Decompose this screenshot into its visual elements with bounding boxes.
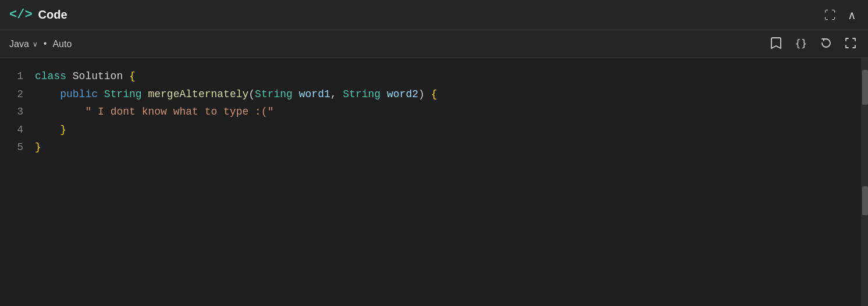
method-name: mergeAlternately	[148, 86, 248, 104]
indent-2	[35, 86, 60, 104]
line-number-2: 2	[9, 86, 23, 104]
line-numbers: 1 2 3 4 5	[0, 58, 35, 306]
language-selector[interactable]: Java ∨	[9, 39, 38, 49]
keyword-string: String	[104, 86, 148, 104]
toolbar: Java ∨ • Auto {}	[0, 30, 868, 58]
code-line-1: class Solution {	[35, 67, 868, 86]
comma: ,	[330, 86, 343, 104]
param-type-2: String	[343, 86, 387, 104]
chevron-down-icon: ∨	[33, 40, 38, 48]
header-title: Code	[38, 8, 67, 22]
string-content: " I dont know what to type :("	[85, 103, 273, 121]
param-type-1: String	[255, 86, 299, 104]
header-bar: </> Code ⛶ ∧	[0, 0, 868, 30]
indent-4	[35, 121, 60, 139]
code-line-2: public String mergeAlternately(String wo…	[35, 86, 868, 104]
indent-3	[35, 103, 85, 121]
toolbar-right: {}	[768, 34, 859, 54]
code-icon: </>	[9, 8, 33, 22]
language-label: Java	[9, 39, 29, 49]
reset-button[interactable]	[818, 35, 834, 53]
header-right: ⛶ ∧	[822, 7, 859, 23]
code-line-5: }	[35, 138, 868, 156]
line-number-5: 5	[9, 138, 23, 156]
code-line-3: " I dont know what to type :("	[35, 103, 868, 121]
class-name: Solution	[73, 67, 129, 86]
editor-container: </> Code ⛶ ∧ Java ∨ • Auto {}	[0, 0, 868, 306]
bookmark-button[interactable]	[768, 34, 784, 54]
param-word2: word2	[387, 86, 418, 104]
line-number-1: 1	[9, 67, 23, 86]
brace-close-2: }	[60, 121, 66, 139]
auto-label: Auto	[52, 39, 72, 49]
keyword-public: public	[60, 86, 104, 104]
expand-button[interactable]: ⛶	[822, 7, 838, 23]
space-brace	[425, 86, 431, 104]
header-left: </> Code	[9, 8, 67, 22]
code-line-4: }	[35, 121, 868, 139]
toolbar-left: Java ∨ • Auto	[9, 39, 72, 49]
scrollbar[interactable]	[861, 58, 868, 306]
scrollbar-thumb-bottom[interactable]	[862, 186, 868, 215]
param-word1: word1	[299, 86, 330, 104]
svg-text:{}: {}	[795, 37, 807, 49]
brace-close-1: }	[35, 138, 41, 156]
paren-open: (	[248, 86, 255, 104]
scrollbar-thumb-top[interactable]	[862, 70, 868, 105]
line-number-3: 3	[9, 103, 23, 121]
brace-open-2: {	[431, 86, 437, 104]
fullscreen-button[interactable]	[842, 35, 859, 53]
collapse-button[interactable]: ∧	[845, 7, 859, 23]
code-content[interactable]: class Solution { public String mergeAlte…	[35, 58, 868, 306]
dot-separator: •	[42, 39, 48, 49]
paren-close: )	[418, 86, 425, 104]
keyword-class: class	[35, 67, 73, 86]
brace-open-1: {	[129, 67, 136, 86]
code-area[interactable]: 1 2 3 4 5 class Solution { public String…	[0, 58, 868, 306]
format-button[interactable]: {}	[792, 34, 810, 54]
line-number-4: 4	[9, 121, 23, 139]
